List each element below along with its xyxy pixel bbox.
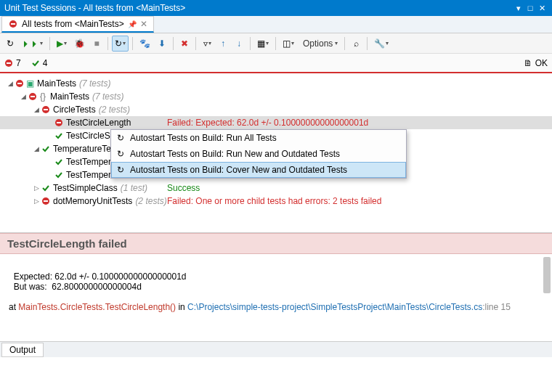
test-tree: ◢ ▣ MainTests (7 tests) ◢ {} MainTests (… <box>0 73 552 232</box>
run-all-button[interactable]: ⏵⏵▾ <box>19 36 46 52</box>
window-close-icon[interactable]: ✕ <box>536 4 548 13</box>
collapse-icon[interactable]: ◢ <box>6 80 15 87</box>
export-button[interactable]: ⬇ <box>155 36 169 52</box>
settings-button[interactable]: 🔧▾ <box>371 36 391 52</box>
expand-icon[interactable]: ▷ <box>32 197 41 205</box>
grid-icon: ▦ <box>257 38 265 49</box>
dropdown-item-run-new[interactable]: ↻ Autostart Tests on Build: Run New and … <box>111 146 406 162</box>
dropdown-item-cover-new[interactable]: ↻ Autostart Tests on Build: Cover New an… <box>111 162 406 178</box>
chevron-down-icon: ▾ <box>123 40 126 46</box>
refresh-play-icon: ↻ <box>117 133 124 143</box>
separator <box>173 37 174 50</box>
expand-icon[interactable]: ▷ <box>32 184 41 192</box>
fail-circle-icon <box>28 92 38 101</box>
node-label: TestCircleLength <box>66 118 131 128</box>
session-tab[interactable]: All tests from <MainTests> 📌 ✕ <box>1 16 154 33</box>
layout-button[interactable]: ◫▾ <box>280 36 297 52</box>
download-icon: ⬇ <box>158 38 166 49</box>
output-scrollbar[interactable] <box>543 257 551 338</box>
session-tabstrip: All tests from <MainTests> 📌 ✕ <box>0 16 552 33</box>
layout-icon: ◫ <box>283 38 291 49</box>
namespace-icon: {} <box>38 91 48 102</box>
options-label: Options <box>301 38 334 49</box>
node-result: Success <box>167 183 200 193</box>
dropdown-item-label: Autostart Tests on Build: Cover New and … <box>130 165 347 175</box>
scrollbar-thumb[interactable] <box>543 257 551 293</box>
svg-rect-5 <box>17 83 22 84</box>
svg-rect-1 <box>11 23 15 25</box>
pass-chip[interactable]: 4 <box>31 58 48 68</box>
tree-node-class[interactable]: ▷ TestSimpleClass (1 test) Success <box>0 181 552 195</box>
stop-icon: ■ <box>94 38 99 49</box>
filter-button[interactable]: ▿▾ <box>200 36 214 52</box>
dropdown-item-run-all[interactable]: ↻ Autostart Tests on Build: Run All Test… <box>111 130 406 146</box>
output-body: Expected: 62.0d +/- 0.10000000000000001d… <box>0 254 552 341</box>
x-icon: ✖ <box>181 38 188 49</box>
window-dropdown-icon[interactable]: ▾ <box>513 4 524 13</box>
nav-down-button[interactable]: ↓ <box>232 36 246 52</box>
collapse-icon[interactable]: ◢ <box>32 145 41 152</box>
stop-button[interactable]: ■ <box>89 36 104 52</box>
svg-rect-13 <box>44 200 48 202</box>
tree-node-test[interactable]: TestCircleLength Failed: Expected: 62.0d… <box>0 116 552 129</box>
node-label: CircleTests <box>53 105 96 115</box>
tree-node-class[interactable]: ◢ CircleTests (2 tests) <box>0 103 552 116</box>
ok-button[interactable]: 🗎 OK <box>524 58 548 68</box>
refresh-play-icon: ↻ <box>115 38 122 49</box>
node-label: MainTests <box>37 78 76 89</box>
fail-chip[interactable]: 7 <box>4 58 21 68</box>
node-label: MainTests <box>50 91 89 102</box>
window-maximize-icon[interactable]: □ <box>524 4 536 12</box>
show-output-button[interactable]: ⌕ <box>349 36 363 52</box>
track-button[interactable]: 🐾 <box>137 36 153 52</box>
fail-circle-icon <box>54 118 64 127</box>
separator <box>344 37 345 50</box>
window-title: Unit Test Sessions - All tests from <Mai… <box>4 3 513 13</box>
chevron-down-icon: ▾ <box>40 40 43 46</box>
status-bar: 7 4 🗎 OK <box>0 54 552 73</box>
collapse-icon[interactable]: ◢ <box>19 93 28 100</box>
svg-rect-9 <box>44 109 48 110</box>
autostart-button[interactable]: ↻▾ <box>112 36 129 52</box>
chevron-down-icon: ▾ <box>386 40 389 46</box>
footer-tab-output[interactable]: Output <box>1 343 44 357</box>
rerun-button[interactable]: ↻ <box>3 36 17 52</box>
dropdown-item-label: Autostart Tests on Build: Run All Tests <box>130 133 277 143</box>
fast-forward-icon: ⏵⏵ <box>22 38 39 49</box>
output-heading: TestCircleLength failed <box>0 233 552 254</box>
debug-button[interactable]: 🐞 <box>71 36 88 52</box>
fail-circle-icon <box>41 105 51 114</box>
tree-node-namespace[interactable]: ◢ {} MainTests (7 tests) <box>0 90 552 103</box>
fail-circle-icon <box>4 59 13 68</box>
wrench-icon: 🔧 <box>374 38 385 49</box>
nav-up-button[interactable]: ↑ <box>216 36 230 52</box>
fail-circle-icon <box>8 20 18 28</box>
collapse-icon[interactable]: ◢ <box>32 106 41 113</box>
options-button[interactable]: Options▾ <box>299 36 341 52</box>
refresh-cover-icon: ↻ <box>117 165 124 175</box>
chevron-down-icon: ▾ <box>335 40 338 46</box>
chevron-down-icon: ▾ <box>64 40 67 46</box>
fail-circle-icon <box>41 197 51 205</box>
fail-circle-icon <box>15 79 25 88</box>
tab-close-icon[interactable]: ✕ <box>140 19 147 29</box>
toolbar: ↻ ⏵⏵▾ ▶▾ 🐞 ■ ↻▾ 🐾 ⬇ ✖ ▿▾ ↑ ↓ ▦▾ ◫▾ Optio… <box>0 33 552 54</box>
node-count: (1 test) <box>121 183 147 193</box>
play-icon: ▶ <box>57 38 63 49</box>
node-label: dotMemoryUnitTests <box>53 196 132 206</box>
tree-node-class[interactable]: ▷ dotMemoryUnitTests (2 tests) Failed: O… <box>0 195 552 208</box>
check-icon <box>31 59 40 68</box>
check-icon <box>54 171 64 179</box>
tree-node-project[interactable]: ◢ ▣ MainTests (7 tests) <box>0 77 552 90</box>
stack-trace-line[interactable]: at MainTests.CircleTests.TestCircleLengt… <box>9 302 511 312</box>
check-icon <box>41 184 51 192</box>
arrow-up-icon: ↑ <box>221 38 225 49</box>
run-button[interactable]: ▶▾ <box>54 36 70 52</box>
dropdown-item-label: Autostart Tests on Build: Run New and Ou… <box>130 149 340 159</box>
console-icon: ⌕ <box>354 38 359 49</box>
pin-icon[interactable]: 📌 <box>128 20 137 28</box>
group-by-button[interactable]: ▦▾ <box>254 36 272 52</box>
chevron-down-icon: ▾ <box>208 40 211 46</box>
remove-button[interactable]: ✖ <box>177 36 192 52</box>
separator <box>49 37 50 50</box>
